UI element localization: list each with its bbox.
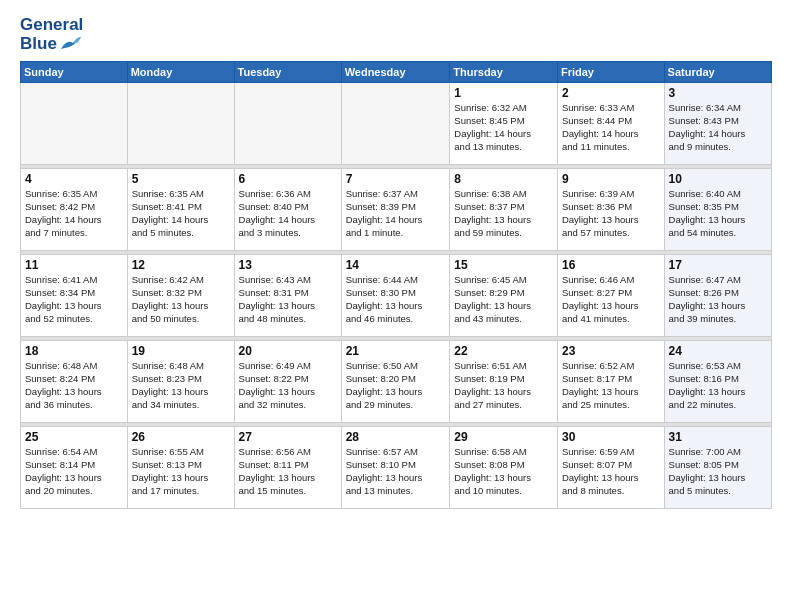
day-cell: 8Sunrise: 6:38 AM Sunset: 8:37 PM Daylig… (450, 169, 558, 251)
day-cell: 10Sunrise: 6:40 AM Sunset: 8:35 PM Dayli… (664, 169, 771, 251)
day-cell: 1Sunrise: 6:32 AM Sunset: 8:45 PM Daylig… (450, 83, 558, 165)
day-info: Sunrise: 6:40 AM Sunset: 8:35 PM Dayligh… (669, 188, 767, 239)
day-number: 12 (132, 258, 230, 272)
day-cell: 27Sunrise: 6:56 AM Sunset: 8:11 PM Dayli… (234, 427, 341, 509)
day-number: 3 (669, 86, 767, 100)
day-info: Sunrise: 6:41 AM Sunset: 8:34 PM Dayligh… (25, 274, 123, 325)
day-info: Sunrise: 6:52 AM Sunset: 8:17 PM Dayligh… (562, 360, 660, 411)
day-number: 13 (239, 258, 337, 272)
header-wednesday: Wednesday (341, 62, 450, 83)
day-cell (234, 83, 341, 165)
page: General Blue Sunday Monday Tuesday Wedne… (0, 0, 792, 612)
day-info: Sunrise: 6:54 AM Sunset: 8:14 PM Dayligh… (25, 446, 123, 497)
day-info: Sunrise: 6:39 AM Sunset: 8:36 PM Dayligh… (562, 188, 660, 239)
day-cell: 29Sunrise: 6:58 AM Sunset: 8:08 PM Dayli… (450, 427, 558, 509)
day-cell: 12Sunrise: 6:42 AM Sunset: 8:32 PM Dayli… (127, 255, 234, 337)
day-cell: 26Sunrise: 6:55 AM Sunset: 8:13 PM Dayli… (127, 427, 234, 509)
header-tuesday: Tuesday (234, 62, 341, 83)
day-number: 4 (25, 172, 123, 186)
day-number: 18 (25, 344, 123, 358)
day-cell: 21Sunrise: 6:50 AM Sunset: 8:20 PM Dayli… (341, 341, 450, 423)
day-cell: 13Sunrise: 6:43 AM Sunset: 8:31 PM Dayli… (234, 255, 341, 337)
day-info: Sunrise: 6:50 AM Sunset: 8:20 PM Dayligh… (346, 360, 446, 411)
calendar-table: Sunday Monday Tuesday Wednesday Thursday… (20, 61, 772, 509)
day-number: 29 (454, 430, 553, 444)
day-cell: 2Sunrise: 6:33 AM Sunset: 8:44 PM Daylig… (557, 83, 664, 165)
day-cell: 5Sunrise: 6:35 AM Sunset: 8:41 PM Daylig… (127, 169, 234, 251)
day-number: 26 (132, 430, 230, 444)
day-number: 11 (25, 258, 123, 272)
day-cell: 11Sunrise: 6:41 AM Sunset: 8:34 PM Dayli… (21, 255, 128, 337)
header: General Blue (20, 16, 772, 53)
day-info: Sunrise: 6:48 AM Sunset: 8:23 PM Dayligh… (132, 360, 230, 411)
day-number: 6 (239, 172, 337, 186)
week-row-1: 1Sunrise: 6:32 AM Sunset: 8:45 PM Daylig… (21, 83, 772, 165)
week-row-2: 4Sunrise: 6:35 AM Sunset: 8:42 PM Daylig… (21, 169, 772, 251)
day-cell: 4Sunrise: 6:35 AM Sunset: 8:42 PM Daylig… (21, 169, 128, 251)
day-info: Sunrise: 6:36 AM Sunset: 8:40 PM Dayligh… (239, 188, 337, 239)
header-sunday: Sunday (21, 62, 128, 83)
day-info: Sunrise: 6:48 AM Sunset: 8:24 PM Dayligh… (25, 360, 123, 411)
day-info: Sunrise: 6:57 AM Sunset: 8:10 PM Dayligh… (346, 446, 446, 497)
logo-bird-icon (59, 35, 81, 53)
day-number: 15 (454, 258, 553, 272)
day-info: Sunrise: 6:35 AM Sunset: 8:41 PM Dayligh… (132, 188, 230, 239)
day-cell: 3Sunrise: 6:34 AM Sunset: 8:43 PM Daylig… (664, 83, 771, 165)
day-cell: 14Sunrise: 6:44 AM Sunset: 8:30 PM Dayli… (341, 255, 450, 337)
day-cell: 9Sunrise: 6:39 AM Sunset: 8:36 PM Daylig… (557, 169, 664, 251)
day-number: 30 (562, 430, 660, 444)
day-cell: 24Sunrise: 6:53 AM Sunset: 8:16 PM Dayli… (664, 341, 771, 423)
day-number: 7 (346, 172, 446, 186)
day-info: Sunrise: 6:37 AM Sunset: 8:39 PM Dayligh… (346, 188, 446, 239)
day-info: Sunrise: 6:44 AM Sunset: 8:30 PM Dayligh… (346, 274, 446, 325)
day-cell: 30Sunrise: 6:59 AM Sunset: 8:07 PM Dayli… (557, 427, 664, 509)
day-cell: 18Sunrise: 6:48 AM Sunset: 8:24 PM Dayli… (21, 341, 128, 423)
day-number: 21 (346, 344, 446, 358)
day-cell (21, 83, 128, 165)
day-number: 27 (239, 430, 337, 444)
day-cell (127, 83, 234, 165)
day-cell: 25Sunrise: 6:54 AM Sunset: 8:14 PM Dayli… (21, 427, 128, 509)
day-info: Sunrise: 6:58 AM Sunset: 8:08 PM Dayligh… (454, 446, 553, 497)
day-cell: 15Sunrise: 6:45 AM Sunset: 8:29 PM Dayli… (450, 255, 558, 337)
day-info: Sunrise: 7:00 AM Sunset: 8:05 PM Dayligh… (669, 446, 767, 497)
day-number: 8 (454, 172, 553, 186)
day-cell: 31Sunrise: 7:00 AM Sunset: 8:05 PM Dayli… (664, 427, 771, 509)
day-number: 24 (669, 344, 767, 358)
weekday-header-row: Sunday Monday Tuesday Wednesday Thursday… (21, 62, 772, 83)
logo-blue: Blue (20, 35, 83, 54)
day-info: Sunrise: 6:47 AM Sunset: 8:26 PM Dayligh… (669, 274, 767, 325)
day-cell: 20Sunrise: 6:49 AM Sunset: 8:22 PM Dayli… (234, 341, 341, 423)
day-cell: 17Sunrise: 6:47 AM Sunset: 8:26 PM Dayli… (664, 255, 771, 337)
header-friday: Friday (557, 62, 664, 83)
day-info: Sunrise: 6:53 AM Sunset: 8:16 PM Dayligh… (669, 360, 767, 411)
day-number: 23 (562, 344, 660, 358)
day-info: Sunrise: 6:59 AM Sunset: 8:07 PM Dayligh… (562, 446, 660, 497)
day-info: Sunrise: 6:49 AM Sunset: 8:22 PM Dayligh… (239, 360, 337, 411)
week-row-5: 25Sunrise: 6:54 AM Sunset: 8:14 PM Dayli… (21, 427, 772, 509)
header-saturday: Saturday (664, 62, 771, 83)
day-cell: 19Sunrise: 6:48 AM Sunset: 8:23 PM Dayli… (127, 341, 234, 423)
day-cell: 23Sunrise: 6:52 AM Sunset: 8:17 PM Dayli… (557, 341, 664, 423)
day-cell: 28Sunrise: 6:57 AM Sunset: 8:10 PM Dayli… (341, 427, 450, 509)
logo: General Blue (20, 16, 83, 53)
week-row-4: 18Sunrise: 6:48 AM Sunset: 8:24 PM Dayli… (21, 341, 772, 423)
header-monday: Monday (127, 62, 234, 83)
week-row-3: 11Sunrise: 6:41 AM Sunset: 8:34 PM Dayli… (21, 255, 772, 337)
day-info: Sunrise: 6:32 AM Sunset: 8:45 PM Dayligh… (454, 102, 553, 153)
day-info: Sunrise: 6:43 AM Sunset: 8:31 PM Dayligh… (239, 274, 337, 325)
day-info: Sunrise: 6:46 AM Sunset: 8:27 PM Dayligh… (562, 274, 660, 325)
day-number: 10 (669, 172, 767, 186)
day-number: 14 (346, 258, 446, 272)
day-number: 1 (454, 86, 553, 100)
day-info: Sunrise: 6:51 AM Sunset: 8:19 PM Dayligh… (454, 360, 553, 411)
day-cell: 7Sunrise: 6:37 AM Sunset: 8:39 PM Daylig… (341, 169, 450, 251)
day-info: Sunrise: 6:42 AM Sunset: 8:32 PM Dayligh… (132, 274, 230, 325)
day-number: 2 (562, 86, 660, 100)
day-number: 17 (669, 258, 767, 272)
day-number: 19 (132, 344, 230, 358)
day-cell (341, 83, 450, 165)
day-info: Sunrise: 6:34 AM Sunset: 8:43 PM Dayligh… (669, 102, 767, 153)
day-number: 16 (562, 258, 660, 272)
header-thursday: Thursday (450, 62, 558, 83)
